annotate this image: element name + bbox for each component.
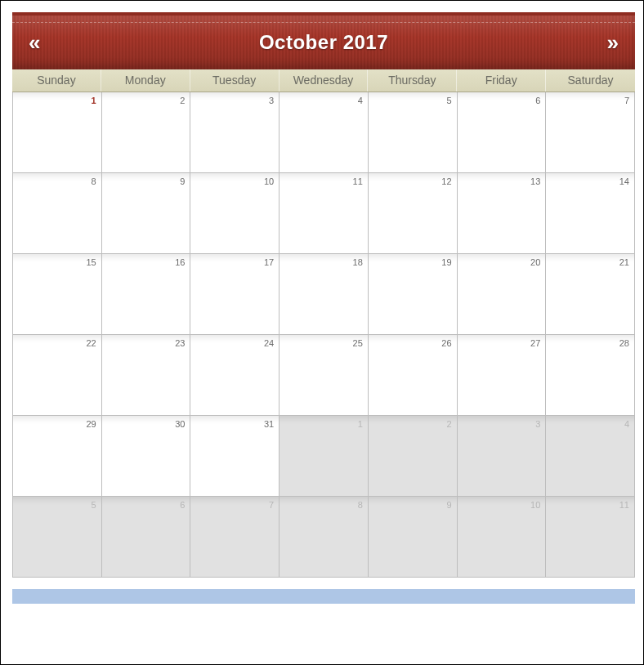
day-number: 23 [175,338,185,348]
day-number: 8 [92,176,96,186]
day-number: 5 [92,500,96,510]
day-cell[interactable]: 10 [458,497,547,578]
day-cell[interactable]: 11 [280,173,369,254]
calendar-header: « October 2017 » [12,12,635,69]
calendar-title: October 2017 [259,31,388,54]
weekday-header: Tuesday [190,69,280,91]
day-cell[interactable]: 23 [102,335,191,416]
day-cell[interactable]: 5 [369,92,458,173]
day-cell[interactable]: 25 [280,335,369,416]
day-number: 13 [530,176,540,186]
day-number: 31 [264,419,274,429]
day-cell[interactable]: 30 [102,416,191,497]
scroll-content: « October 2017 » Sunday Monday Tuesday W… [12,12,637,654]
day-cell[interactable]: 2 [369,416,458,497]
day-number: 7 [269,500,274,510]
day-cell[interactable]: 7 [546,92,635,173]
day-cell[interactable]: 15 [13,254,102,335]
day-cell[interactable]: 1 [13,92,102,173]
day-number: 10 [264,176,274,186]
day-number: 28 [619,338,629,348]
weekday-header: Sunday [12,69,101,91]
day-number: 11 [353,176,363,186]
day-cell[interactable]: 3 [190,92,280,173]
day-number: 4 [358,96,363,105]
day-cell[interactable]: 31 [190,416,280,497]
day-number: 16 [175,257,185,267]
day-cell[interactable]: 18 [280,254,369,335]
day-number: 1 [92,96,96,105]
day-cell[interactable]: 20 [458,254,547,335]
day-cell[interactable]: 10 [190,173,280,254]
day-number: 7 [624,96,629,105]
day-cell[interactable]: 6 [102,497,191,578]
day-cell[interactable]: 7 [190,497,280,578]
day-number: 19 [441,257,451,267]
day-number: 14 [619,176,629,186]
day-cell[interactable]: 8 [13,173,102,254]
day-number: 9 [446,500,451,510]
scroll-pane[interactable]: « October 2017 » Sunday Monday Tuesday W… [12,12,637,654]
day-number: 11 [619,500,629,510]
day-number: 30 [175,419,185,429]
day-cell[interactable]: 22 [13,335,102,416]
day-cell[interactable]: 17 [190,254,280,335]
footer-strip [12,589,635,604]
day-number: 27 [530,338,540,348]
weekday-header-row: Sunday Monday Tuesday Wednesday Thursday… [12,69,635,92]
day-cell[interactable]: 19 [369,254,458,335]
day-cell[interactable]: 2 [102,92,191,173]
day-number: 21 [619,257,629,267]
day-cell[interactable]: 1 [280,416,369,497]
day-number: 18 [353,257,363,267]
day-cell[interactable]: 16 [102,254,191,335]
day-cell[interactable]: 14 [546,173,635,254]
day-cell[interactable]: 4 [546,416,635,497]
weekday-header: Monday [101,69,190,91]
day-number: 15 [86,257,96,267]
day-number: 29 [86,419,96,429]
day-number: 5 [446,96,451,105]
day-number: 12 [441,176,451,186]
day-cell[interactable]: 12 [369,173,458,254]
day-number: 8 [358,500,363,510]
day-number: 6 [535,96,540,105]
day-cell[interactable]: 9 [369,497,458,578]
next-month-button[interactable]: » [596,25,630,60]
weekday-header: Saturday [546,69,635,91]
day-number: 3 [535,419,540,429]
prev-month-button[interactable]: « [17,25,51,60]
day-cell[interactable]: 27 [458,335,547,416]
day-number: 17 [264,257,274,267]
day-number: 2 [446,419,451,429]
app-frame: « October 2017 » Sunday Monday Tuesday W… [0,0,644,665]
weekday-header: Thursday [368,69,457,91]
day-number: 2 [180,96,185,105]
day-cell[interactable]: 9 [102,173,191,254]
day-cell[interactable]: 4 [280,92,369,173]
calendar-grid: 1234567891011121314151617181920212223242… [12,92,635,578]
day-cell[interactable]: 29 [13,416,102,497]
day-number: 22 [86,338,96,348]
day-cell[interactable]: 13 [458,173,547,254]
calendar: « October 2017 » Sunday Monday Tuesday W… [12,12,635,578]
day-number: 4 [624,419,629,429]
day-cell[interactable]: 26 [369,335,458,416]
day-cell[interactable]: 28 [546,335,635,416]
weekday-header: Wednesday [280,69,369,91]
day-cell[interactable]: 21 [546,254,635,335]
weekday-header: Friday [457,69,546,91]
day-number: 1 [358,419,363,429]
day-cell[interactable]: 11 [546,497,635,578]
day-number: 20 [530,257,540,267]
day-number: 9 [180,176,185,186]
day-cell[interactable]: 8 [280,497,369,578]
day-number: 3 [269,96,274,105]
day-cell[interactable]: 3 [458,416,547,497]
day-number: 26 [441,338,451,348]
day-number: 10 [530,500,540,510]
day-number: 6 [180,500,185,510]
day-cell[interactable]: 24 [190,335,280,416]
day-cell[interactable]: 6 [458,92,547,173]
day-cell[interactable]: 5 [13,497,102,578]
